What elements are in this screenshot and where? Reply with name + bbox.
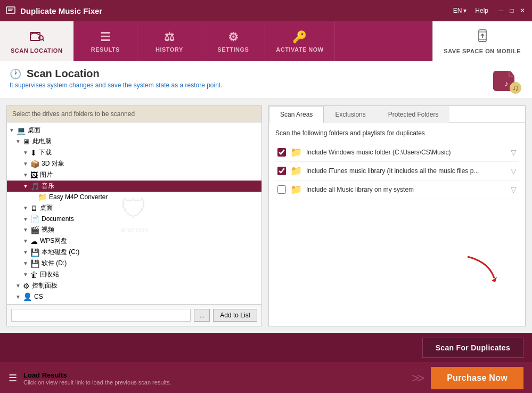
path-input[interactable]	[11, 309, 191, 322]
settings-icon: ⚙	[228, 30, 239, 44]
tab-history-label: HISTORY	[155, 46, 183, 53]
tree-item[interactable]: ▼ 💾 软件 (D:)	[7, 258, 261, 269]
left-panel: Select the drives and folders to be scan…	[6, 105, 262, 326]
right-panel: Scan Areas Exclusions Protected Folders …	[268, 105, 526, 326]
filter-icon[interactable]: ▽	[511, 167, 517, 175]
tree-expand-icon: ▶	[30, 194, 38, 200]
scan-item: 📁 Include iTunes music library (It inclu…	[275, 162, 519, 181]
folder-icon: 💻	[17, 126, 26, 135]
user-icon: 👤	[23, 292, 32, 301]
tab-save-mobile[interactable]: SAVE SPACE ON MOBILE	[432, 21, 532, 61]
app-icon	[5, 5, 16, 16]
tree-item[interactable]: ▼ 🎬 视频	[7, 224, 261, 235]
right-tab-bar: Scan Areas Exclusions Protected Folders	[269, 106, 525, 123]
tree-item[interactable]: ▼ 🖥 桌面	[7, 202, 261, 214]
tree-item[interactable]: ▶ 📁 Easy M4P Converter	[7, 192, 261, 202]
drive-c-icon: 💾	[30, 248, 39, 257]
tab-settings[interactable]: ⚙ SETTINGS	[201, 21, 265, 61]
bottom-menu-icon[interactable]: ☰	[9, 372, 17, 384]
tree-label: 3D 对象	[42, 159, 64, 168]
tab-history[interactable]: ⚖ HISTORY	[137, 21, 201, 61]
scan-location-icon	[29, 29, 44, 45]
scan-checkbox-3[interactable]	[277, 185, 286, 194]
page-header-icon: ♪ ♫	[490, 68, 522, 94]
tree-item[interactable]: ▼ ⬇ 下载	[7, 147, 261, 158]
tab-results[interactable]: ☰ RESULTS	[73, 21, 137, 61]
scan-item-label: Include Windows music folder (C:\Users\C…	[306, 149, 506, 156]
arrow-decoration	[275, 199, 519, 292]
tree-label: Documents	[42, 215, 74, 223]
lang-label: EN	[453, 7, 462, 14]
tree-item[interactable]: ▼ 👤 CS	[7, 291, 261, 302]
tree-item[interactable]: ▼ 🖼 图片	[7, 169, 261, 181]
filter-icon[interactable]: ▽	[511, 185, 517, 194]
tab-scan-areas[interactable]: Scan Areas	[269, 106, 324, 123]
tree-item-highlighted[interactable]: ▼ 🎵 音乐	[7, 181, 261, 192]
tree-item[interactable]: ▼ 📦 3D 对象	[7, 158, 261, 169]
tab-content-scan-areas: Scan the following folders and playlists…	[269, 123, 525, 326]
documents-icon: 📄	[30, 215, 39, 223]
tab-results-label: RESULTS	[91, 46, 120, 53]
tab-protected-folders[interactable]: Protected Folders	[377, 106, 450, 123]
tree-expand-icon: ▼	[23, 272, 30, 277]
load-results-title: Load Results	[23, 371, 171, 379]
close-button[interactable]: ✕	[518, 6, 527, 15]
scan-item-label: Include all Music library on my system	[306, 186, 506, 193]
filter-icon[interactable]: ▽	[511, 148, 517, 157]
tab-save-mobile-label: SAVE SPACE ON MOBILE	[444, 48, 521, 54]
restore-button[interactable]: □	[508, 6, 516, 15]
bottom-text-block: Load Results Click on view result link t…	[23, 371, 171, 386]
tree-label: 音乐	[42, 182, 54, 191]
scan-for-duplicates-button[interactable]: Scan For Duplicates	[422, 338, 523, 358]
app-title: Duplicate Music Fixer	[20, 6, 102, 15]
purchase-now-button[interactable]: Purchase Now	[431, 367, 523, 389]
download-icon: ⬇	[30, 149, 37, 157]
scan-checkbox-2[interactable]	[277, 167, 286, 175]
save-mobile-icon	[476, 29, 489, 46]
svg-line-5	[43, 39, 44, 41]
tree-item[interactable]: ▼ 🗑 回收站	[7, 269, 261, 280]
left-panel-bottom: ... Add to List	[7, 304, 261, 326]
folder-icon: 📁	[290, 146, 302, 158]
scan-item: 📁 Include all Music library on my system…	[275, 181, 519, 199]
tab-activate-label: ACTIVATE NOW	[276, 46, 323, 53]
tree-item[interactable]: ▼ 🖥 此电脑	[7, 136, 261, 147]
tree-expand-icon: ▼	[23, 216, 30, 222]
tab-activate[interactable]: 🔑 ACTIVATE NOW	[265, 21, 334, 61]
load-results-subtitle: Click on view result link to load the pr…	[23, 379, 171, 386]
bottom-bar-right: >> Purchase Now	[412, 367, 523, 389]
tree-item[interactable]: ▼ ☁ WPS网盘	[7, 235, 261, 247]
folder-icon: 📁	[290, 184, 302, 195]
add-to-list-button[interactable]: Add to List	[213, 309, 257, 322]
tree-item[interactable]: ▼ 💾 本地磁盘 (C:)	[7, 247, 261, 258]
tree-item[interactable]: ▼ 📄 Documents	[7, 214, 261, 224]
tree-label: 回收站	[40, 270, 59, 279]
scan-checkbox-1[interactable]	[277, 148, 286, 157]
tree-item[interactable]: ▼ ⚙ 控制面板	[7, 280, 261, 291]
video-icon: 🎬	[30, 226, 39, 234]
language-button[interactable]: EN ▾	[453, 7, 467, 14]
tree-expand-icon: ▼	[23, 172, 30, 178]
control-panel-icon: ⚙	[23, 282, 30, 290]
music-icon: 🎵	[30, 182, 39, 191]
minimize-button[interactable]: ─	[497, 6, 505, 15]
tree-expand-icon: ▼	[23, 161, 30, 167]
tree-expand-icon: ▼	[23, 205, 30, 211]
help-button[interactable]: Help	[472, 6, 492, 15]
tree-container[interactable]: ▼ 💻 桌面 ▼ 🖥 此电脑 ▼ ⬇ 下载 ▼ 📦 3D 对象 ▼ 🖼	[7, 122, 261, 304]
tree-label: WPS网盘	[40, 236, 67, 245]
tree-expand-icon: ▼	[23, 260, 30, 266]
tree-label: 图片	[40, 170, 53, 179]
page-header-left: 🕐 Scan Location It supervises system cha…	[10, 68, 223, 89]
clock-icon: 🕐	[10, 68, 21, 80]
pictures-icon: 🖼	[30, 171, 38, 179]
tab-exclusions[interactable]: Exclusions	[324, 106, 377, 123]
tree-item[interactable]: ▼ 💻 桌面	[7, 125, 261, 136]
browse-button[interactable]: ...	[194, 309, 210, 322]
svg-rect-0	[6, 7, 15, 13]
tree-expand-icon: ▼	[23, 238, 30, 244]
tree-expand-icon: ▼	[23, 150, 30, 155]
tab-scan-location[interactable]: SCAN LOCATION	[0, 21, 73, 61]
tree-label: 桌面	[28, 126, 40, 135]
scan-bar: Scan For Duplicates	[0, 333, 532, 362]
